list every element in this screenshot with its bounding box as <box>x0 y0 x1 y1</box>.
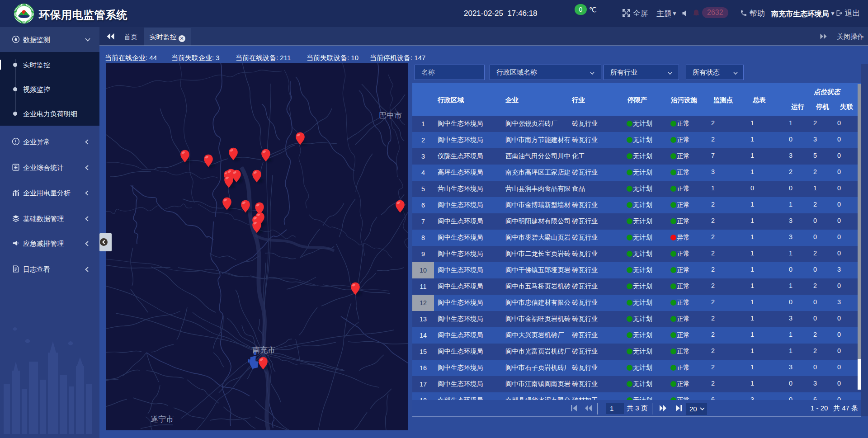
svg-text:巴中市: 巴中市 <box>379 111 402 120</box>
svg-text:遂宁市: 遂宁市 <box>151 415 174 424</box>
svg-text:南充市: 南充市 <box>252 346 275 354</box>
